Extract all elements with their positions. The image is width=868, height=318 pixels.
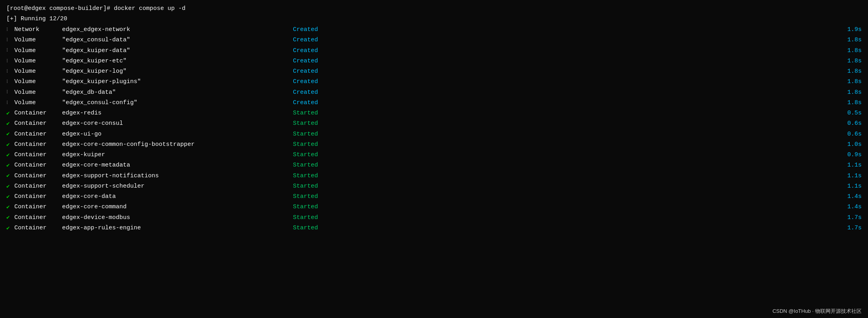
bullet-icon: ⁝ (6, 57, 14, 66)
resource-type-label: Container (14, 150, 62, 160)
check-icon: ✔ (6, 140, 14, 150)
resource-type-label: Volume (14, 77, 62, 87)
status-badge: Started (293, 108, 341, 118)
table-row: ⁝Network edgex_edgex-networkCreated1.9s (6, 25, 862, 35)
table-row: ✔Container edgex-core-common-config-boot… (6, 140, 862, 150)
status-badge: Created (293, 77, 341, 87)
resource-type-label: Container (14, 118, 62, 129)
table-row: ✔Container edgex-core-commandStarted1.4s (6, 202, 862, 212)
resource-name-label: edgex-core-consul (62, 118, 293, 129)
status-badge: Created (293, 46, 341, 56)
resource-type-label: Container (14, 223, 62, 233)
status-badge: Started (293, 118, 341, 129)
status-badge: Started (293, 213, 341, 223)
bullet-icon: ⁝ (6, 46, 14, 55)
bullet-icon: ⁝ (6, 78, 14, 87)
status-badge: Started (293, 192, 341, 202)
resource-type-label: Network (14, 25, 62, 35)
resource-type-label: Volume (14, 87, 62, 98)
bullet-icon: ⁝ (6, 67, 14, 76)
table-row: ⁝Volume "edgex_consul-config"Created1.8s (6, 98, 862, 108)
table-row: ✔Container edgex-core-metadataStarted1.1… (6, 160, 862, 171)
timing-value: 1.9s (830, 25, 862, 35)
status-badge: Created (293, 66, 341, 77)
table-row: ⁝Volume "edgex_db-data"Created1.8s (6, 87, 862, 98)
resource-type-label: Container (14, 171, 62, 181)
status-badge: Started (293, 129, 341, 140)
table-row: ✔Container edgex-core-consulStarted0.6s (6, 118, 862, 129)
table-row: ✔Container edgex-redisStarted0.5s (6, 108, 862, 118)
timing-value: 1.8s (830, 98, 862, 108)
resource-name-label: edgex-core-metadata (62, 160, 293, 171)
resource-type-label: Container (14, 213, 62, 223)
timing-value: 0.6s (830, 129, 862, 140)
prompt-text: [root@edgex compose-builder]# docker com… (6, 5, 185, 12)
resource-name-label: "edgex_kuiper-data" (62, 46, 293, 56)
resource-name-label: "edgex_kuiper-etc" (62, 56, 293, 66)
table-row: ⁝Volume "edgex_kuiper-etc"Created1.8s (6, 56, 862, 66)
table-row: ⁝Volume "edgex_kuiper-data"Created1.8s (6, 46, 862, 56)
resource-type-label: Container (14, 140, 62, 150)
watermark: CSDN @IoTHub · 物联网开源技术社区 (772, 308, 862, 315)
table-row: ⁝Volume "edgex_kuiper-plugins"Created1.8… (6, 77, 862, 87)
check-icon: ✔ (6, 192, 14, 202)
resource-type-label: Volume (14, 46, 62, 56)
status-badge: Started (293, 140, 341, 150)
timing-value: 0.5s (830, 108, 862, 118)
check-icon: ✔ (6, 161, 14, 171)
resource-name-label: edgex-core-command (62, 202, 293, 212)
resource-type-label: Container (14, 181, 62, 192)
timing-value: 0.9s (830, 150, 862, 160)
status-badge: Started (293, 202, 341, 212)
resource-name-label: edgex-redis (62, 108, 293, 118)
output-rows: ⁝Network edgex_edgex-networkCreated1.9s⁝… (6, 25, 862, 233)
resource-name-label: edgex_edgex-network (62, 25, 293, 35)
resource-name-label: "edgex_db-data" (62, 87, 293, 98)
table-row: ✔Container edgex-device-modbusStarted1.7… (6, 213, 862, 223)
timing-value: 1.8s (830, 77, 862, 87)
resource-type-label: Container (14, 160, 62, 171)
check-icon: ✔ (6, 150, 14, 160)
timing-value: 0.6s (830, 118, 862, 129)
check-icon: ✔ (6, 129, 14, 139)
status-badge: Started (293, 150, 341, 160)
resource-type-label: Volume (14, 56, 62, 66)
status-badge: Created (293, 35, 341, 45)
check-icon: ✔ (6, 109, 14, 118)
resource-name-label: edgex-support-notifications (62, 171, 293, 181)
command-line: [root@edgex compose-builder]# docker com… (6, 4, 862, 14)
status-badge: Created (293, 87, 341, 98)
resource-name-label: edgex-core-common-config-bootstrapper (62, 140, 293, 150)
resource-type-label: Container (14, 192, 62, 202)
resource-name-label: "edgex_consul-data" (62, 35, 293, 45)
timing-value: 1.8s (830, 46, 862, 56)
check-icon: ✔ (6, 119, 14, 129)
timing-value: 1.8s (830, 56, 862, 66)
timing-value: 1.4s (830, 202, 862, 212)
resource-name-label: "edgex_kuiper-plugins" (62, 77, 293, 87)
table-row: ✔Container edgex-app-rules-engineStarted… (6, 223, 862, 233)
bullet-icon: ⁝ (6, 36, 14, 45)
resource-name-label: "edgex_consul-config" (62, 98, 293, 108)
table-row: ✔Container edgex-support-schedulerStarte… (6, 181, 862, 192)
terminal-window: [root@edgex compose-builder]# docker com… (0, 0, 868, 318)
table-row: ⁝Volume "edgex_consul-data"Created1.8s (6, 35, 862, 45)
table-row: ✔Container edgex-kuiperStarted0.9s (6, 150, 862, 160)
resource-type-label: Container (14, 202, 62, 212)
table-row: ✔Container edgex-support-notificationsSt… (6, 171, 862, 181)
bullet-icon: ⁝ (6, 99, 14, 108)
timing-value: 1.0s (830, 140, 862, 150)
table-row: ⁝Volume "edgex_kuiper-log"Created1.8s (6, 66, 862, 77)
resource-name-label: edgex-core-data (62, 192, 293, 202)
check-icon: ✔ (6, 171, 14, 181)
status-badge: Created (293, 98, 341, 108)
status-badge: Started (293, 181, 341, 192)
timing-value: 1.8s (830, 35, 862, 45)
resource-type-label: Volume (14, 98, 62, 108)
check-icon: ✔ (6, 202, 14, 212)
resource-name-label: edgex-device-modbus (62, 213, 293, 223)
status-badge: Started (293, 171, 341, 181)
resource-name-label: edgex-ui-go (62, 129, 293, 140)
timing-value: 1.1s (830, 171, 862, 181)
check-icon: ✔ (6, 182, 14, 192)
